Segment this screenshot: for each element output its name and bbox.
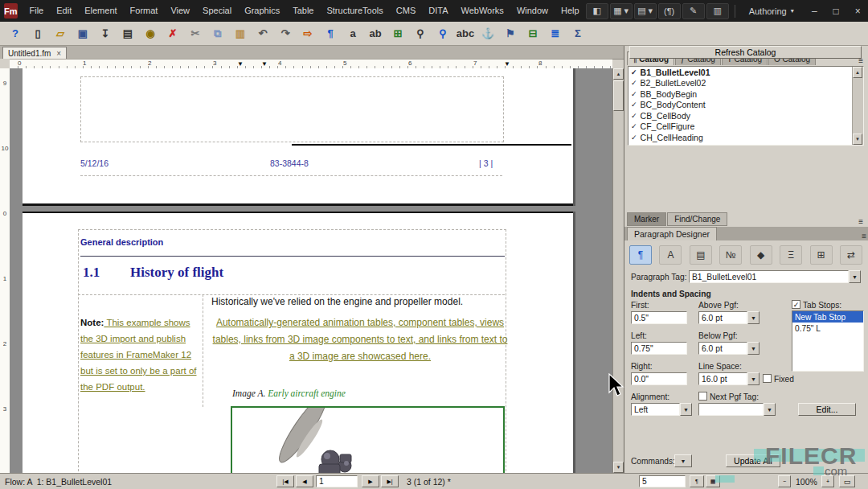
smart-insert-icon[interactable]: ¶ [320, 23, 341, 44]
numbering-icon[interactable]: № [719, 245, 742, 265]
catalog-item[interactable]: ✓ BB_BodyBegin [628, 88, 863, 100]
next-page-button[interactable]: ▶ [362, 475, 379, 487]
previous-page-button[interactable]: ◀ [296, 475, 313, 487]
catalog-item[interactable]: ✓ CH_CellHeading [628, 132, 863, 143]
delete-icon[interactable]: ✗ [162, 23, 183, 44]
commands-dropdown[interactable]: ▼ [674, 454, 694, 467]
menu-item[interactable]: CMS [390, 0, 422, 22]
advanced-icon[interactable]: ◆ [750, 245, 772, 265]
basic-properties-icon[interactable]: ¶ [629, 245, 652, 265]
menu-item[interactable]: Table [286, 0, 320, 22]
text-frame[interactable] [80, 76, 504, 142]
direction-icon[interactable]: ⇄ [840, 245, 862, 265]
next-pgf-checkbox[interactable] [698, 392, 707, 401]
copy-icon[interactable]: ⧉ [207, 23, 228, 44]
menu-item[interactable]: StructureTools [320, 0, 389, 22]
table-designer-icon[interactable]: ⊟ [522, 23, 543, 44]
equations-icon[interactable]: Σ [567, 23, 588, 44]
pagination-icon[interactable]: ▤ [690, 245, 712, 265]
menu-item[interactable]: Window [510, 0, 555, 22]
first-page-button[interactable]: |◀ [276, 475, 294, 487]
minimize-button[interactable]: – [804, 0, 825, 22]
table-cell-icon[interactable]: ⊞ [810, 245, 833, 265]
anchored-frame-icon[interactable]: ⚓ [477, 23, 498, 44]
tab-stop-item[interactable]: New Tab Stop [792, 311, 863, 323]
scroll-up-icon[interactable]: ▲ [853, 67, 862, 78]
spell-check-icon[interactable]: abc [455, 23, 476, 44]
paragraph-catalog-list[interactable]: ✓ B1_BulletLevel01 ✓ B2_BulletLevel02 ✓ … [628, 66, 864, 146]
line-number-input[interactable] [639, 475, 686, 487]
close-button[interactable]: × [847, 0, 868, 22]
chevron-down-icon[interactable]: ▼ [747, 342, 760, 355]
pen-icon[interactable]: ✎ [682, 3, 705, 19]
edit-tab-stop-button[interactable]: Edit... [798, 403, 856, 416]
menu-item[interactable]: View [164, 0, 196, 22]
page-borders-icon[interactable]: ◧ [586, 3, 608, 19]
note-paragraph[interactable]: Note: This example shows the 3D import a… [80, 314, 205, 395]
lock-icon[interactable]: ◉ [140, 23, 161, 44]
menu-item[interactable]: Help [555, 0, 586, 22]
find-icon[interactable]: ⚲ [410, 23, 431, 44]
menu-item[interactable]: Format [124, 0, 165, 22]
scrollbar-thumb[interactable] [613, 80, 624, 111]
asian-icon[interactable]: Ξ [780, 245, 802, 265]
scroll-down-icon[interactable]: ▼ [613, 462, 624, 473]
zoom-icon[interactable]: ⚲ [432, 23, 453, 44]
fixed-checkbox[interactable] [763, 374, 772, 383]
catalog-scrollbar[interactable]: ▲ ▼ [852, 67, 863, 145]
body-paragraph[interactable]: Historically we've relied on the engine … [211, 296, 463, 307]
catalog-item[interactable]: ✓ CB_CellBody [628, 110, 863, 121]
help-icon[interactable]: ? [5, 23, 26, 44]
align-icon[interactable]: ≣ [545, 23, 566, 44]
chevron-down-icon[interactable]: ▼ [674, 454, 692, 467]
cut-icon[interactable]: ✂ [185, 23, 206, 44]
glossary-icon[interactable]: ab [365, 23, 386, 44]
view-options-icon[interactable]: ▦ ▾ [610, 3, 633, 19]
zoom-out-button[interactable]: − [778, 475, 791, 487]
page-4[interactable]: General description 1.1 History of fligh… [23, 212, 573, 473]
right-indent-input[interactable] [631, 372, 687, 385]
next-pgf-dropdown[interactable]: ▼ [698, 403, 776, 416]
line-space-dropdown[interactable]: 16.0 pt ▼ [698, 372, 760, 385]
tab-stops-list[interactable]: New Tab Stop0.75" L [792, 310, 864, 372]
scroll-up-icon[interactable]: ▲ [613, 68, 624, 80]
undo-icon[interactable]: ↶ [252, 23, 273, 44]
indent-marker[interactable]: ▼ [261, 60, 268, 68]
structure-view-icon[interactable]: ▥ [706, 3, 729, 19]
pilcrow-toggle-icon[interactable]: ¶ [690, 475, 704, 487]
menu-item[interactable]: Graphics [238, 0, 286, 22]
catalog-button[interactable]: Refresh Catalog [629, 46, 862, 59]
below-pgf-dropdown[interactable]: 6.0 pt ▼ [698, 342, 760, 355]
panel-menu-icon[interactable]: ≡ [859, 232, 868, 240]
scroll-down-icon[interactable]: ▼ [853, 134, 862, 145]
tab-marker[interactable]: ▼ [237, 60, 244, 68]
chevron-down-icon[interactable]: ▼ [747, 372, 760, 385]
chevron-down-icon[interactable]: ▼ [764, 403, 776, 416]
menu-item[interactable]: DITA [422, 0, 454, 22]
aircraft-engine-image[interactable] [231, 406, 505, 473]
app-icon[interactable]: Fm [4, 3, 18, 18]
chevron-down-icon[interactable]: ▼ [747, 311, 760, 324]
chevron-down-icon[interactable]: ▼ [849, 270, 861, 283]
print-icon[interactable]: ▤ [117, 23, 138, 44]
page-number-input[interactable] [316, 475, 358, 487]
chevron-down-icon[interactable]: ▼ [680, 403, 692, 416]
menu-item[interactable]: WebWorks [454, 0, 510, 22]
menu-item[interactable]: Special [196, 0, 238, 22]
hyperlink-text[interactable]: Automatically-generated animation tables… [213, 317, 508, 362]
document-tab[interactable]: Untitled1.fm × [2, 47, 67, 60]
catalog-item[interactable]: ✓ B2_BulletLevel02 [628, 78, 863, 89]
tab-marker[interactable]: ▼ [504, 60, 510, 68]
character-designer-icon[interactable]: a [342, 23, 363, 44]
panel-menu-icon[interactable]: ≡ [856, 217, 866, 226]
tab-marker-panel[interactable]: Marker [627, 212, 666, 226]
tab-stops-checkbox[interactable]: ✓ [792, 300, 800, 309]
close-icon[interactable]: × [56, 49, 61, 58]
tab-find-change[interactable]: Find/Change [667, 212, 727, 226]
workspace-switcher[interactable]: Authoring ▾ [741, 6, 802, 16]
first-indent-input[interactable] [631, 311, 687, 324]
open-folder-icon[interactable]: ▱ [50, 23, 71, 44]
tab-paragraph-designer[interactable]: Paragraph Designer [627, 227, 717, 240]
alignment-dropdown[interactable]: Left ▼ [631, 403, 692, 416]
tab-stop-item[interactable]: 0.75" L [792, 323, 863, 334]
